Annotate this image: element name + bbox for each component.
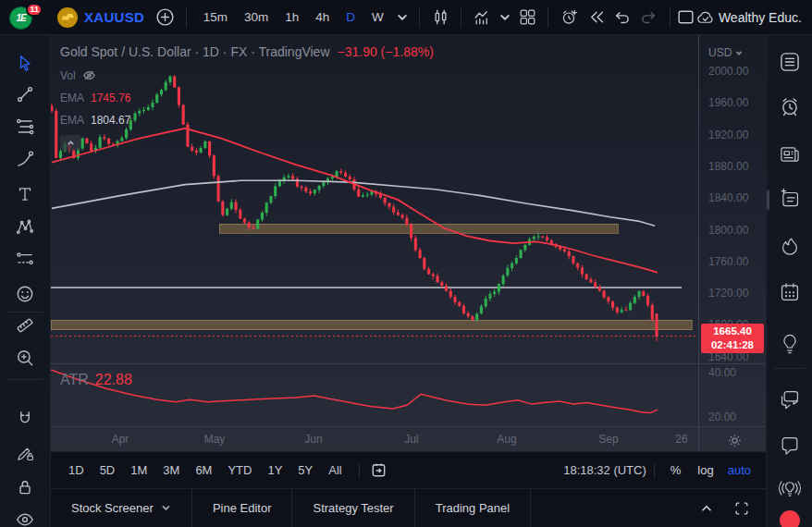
price-scale[interactable]: USD 1665.40 02:41:28 2000.001960.001920.… — [699, 35, 766, 363]
time-label-Sep[interactable]: Sep — [590, 433, 627, 446]
layout-rect-icon[interactable] — [676, 5, 695, 31]
fib-retracement-tool-icon[interactable] — [9, 113, 41, 141]
range-1Y[interactable]: 1Y — [261, 460, 289, 480]
trend-line-tool-icon[interactable] — [9, 80, 41, 108]
candle-body — [603, 291, 606, 298]
volume-legend-row[interactable]: Vol — [60, 68, 434, 82]
range-5D[interactable]: 5D — [93, 460, 122, 480]
fullscreen-icon[interactable] — [729, 496, 755, 521]
collapse-indicators-button[interactable] — [60, 135, 80, 151]
eye-tool-icon[interactable] — [9, 506, 41, 527]
range-5Y[interactable]: 5Y — [291, 460, 319, 480]
axis-settings-gear-icon[interactable] — [722, 430, 746, 450]
log-scale-button[interactable]: log — [697, 463, 713, 477]
tab-label: Trading Panel — [436, 501, 510, 515]
candle-body — [414, 238, 417, 250]
time-label-26[interactable]: 26 — [663, 433, 700, 446]
notepad-icon[interactable] — [773, 182, 806, 215]
range-1D[interactable]: 1D — [62, 460, 91, 480]
candle-body — [502, 276, 505, 284]
ruler-tool-icon[interactable] — [9, 312, 41, 339]
time-label-Aug[interactable]: Aug — [488, 433, 525, 446]
text-tool-icon[interactable] — [9, 180, 41, 208]
candle-body — [265, 202, 268, 213]
range-YTD[interactable]: YTD — [221, 460, 258, 480]
tab-pine-editor[interactable]: Pine Editor — [192, 489, 293, 527]
alert-plus-icon[interactable] — [558, 5, 581, 31]
candles-style-icon[interactable] — [429, 5, 452, 31]
zoom-in-tool-icon[interactable] — [9, 344, 41, 372]
atr-line-chart[interactable] — [51, 364, 698, 426]
bar-replay-icon[interactable] — [584, 5, 608, 31]
xabcd-pattern-tool-icon[interactable] — [9, 213, 41, 240]
magnet-tool-icon[interactable] — [9, 405, 41, 433]
candle-body — [467, 313, 470, 316]
layout-name-button[interactable]: Wealthy Educ... — [719, 10, 803, 25]
tab-stock-screener[interactable]: Stock Screener — [51, 489, 192, 527]
timeframe-W[interactable]: W — [364, 7, 391, 27]
supply-demand-zone[interactable] — [219, 224, 618, 233]
price-tick: 1720.00 — [708, 287, 748, 300]
range-1M[interactable]: 1M — [124, 460, 154, 480]
ema-slow-legend-row[interactable]: EMA 1804.67 — [60, 114, 434, 127]
supply-demand-zone[interactable] — [51, 320, 692, 329]
watchlist-icon[interactable] — [773, 45, 806, 79]
news-icon[interactable] — [773, 138, 806, 171]
symbol-search-button[interactable]: XAUUSD — [57, 7, 144, 28]
undo-icon[interactable] — [611, 5, 634, 31]
main-chart-pane[interactable]: Gold Spot / U.S. Dollar · 1D · FX · Trad… — [51, 35, 766, 363]
calendar-icon[interactable] — [773, 276, 806, 309]
lock-tool-icon[interactable] — [9, 473, 41, 501]
hotlists-icon[interactable] — [773, 230, 806, 264]
tab-strategy-tester[interactable]: Strategy Tester — [292, 489, 414, 527]
atr-legend-row[interactable]: ATR 22.88 — [60, 372, 132, 388]
timeframe-15m[interactable]: 15m — [196, 7, 235, 27]
range-6M[interactable]: 6M — [189, 460, 218, 480]
go-to-date-icon[interactable] — [367, 459, 391, 483]
time-label-Jun[interactable]: Jun — [295, 433, 332, 446]
chats-icon[interactable] — [773, 383, 806, 416]
range-All[interactable]: All — [322, 460, 348, 480]
ideas-icon[interactable] — [773, 325, 806, 359]
alerts-icon[interactable] — [773, 90, 806, 123]
legend-title-row[interactable]: Gold Spot / U.S. Dollar · 1D · FX · Trad… — [60, 44, 434, 59]
projection-tool-icon[interactable] — [9, 245, 41, 273]
timeframe-30m[interactable]: 30m — [237, 7, 276, 27]
candle-body — [616, 308, 619, 313]
cursor-tool-icon[interactable] — [9, 49, 41, 77]
add-symbol-icon[interactable] — [154, 5, 177, 31]
user-menu-button[interactable]: 1E 11 — [9, 4, 41, 31]
percent-scale-button[interactable]: % — [671, 463, 682, 477]
timeframe-D[interactable]: D — [338, 7, 363, 27]
timeframe-1h[interactable]: 1h — [277, 7, 306, 27]
time-label-May[interactable]: May — [196, 433, 233, 446]
indicators-icon[interactable] — [471, 5, 494, 31]
chevron-down-icon[interactable] — [395, 5, 410, 31]
atr-scale[interactable]: 40.0020.00 — [699, 364, 766, 426]
expand-panel-chevron-icon[interactable] — [694, 496, 720, 521]
private-chats-icon[interactable] — [773, 429, 806, 462]
tab-trading-panel[interactable]: Trading Panel — [415, 489, 531, 527]
utc-clock[interactable]: 18:18:32 (UTC) — [563, 463, 646, 477]
sidebar-resize-handle[interactable] — [767, 190, 769, 210]
ema-fast-legend-row[interactable]: EMA 1745.76 — [60, 92, 434, 104]
draw-lock-tool-icon[interactable] — [9, 439, 41, 467]
time-label-Jul[interactable]: Jul — [393, 433, 430, 446]
cloud-save-icon[interactable] — [695, 5, 715, 31]
auto-scale-button[interactable]: auto — [728, 463, 751, 477]
candle-body — [243, 218, 246, 222]
timeframe-4h[interactable]: 4h — [308, 7, 337, 27]
emoji-tool-icon[interactable] — [9, 280, 41, 308]
currency-selector[interactable]: USD — [708, 46, 744, 59]
chevron-down-icon[interactable] — [498, 5, 512, 31]
time-label-Apr[interactable]: Apr — [102, 433, 139, 446]
layout-grid-icon[interactable] — [516, 5, 539, 31]
brush-tool-icon[interactable] — [9, 145, 41, 173]
redo-icon[interactable] — [637, 5, 660, 31]
range-3M[interactable]: 3M — [156, 460, 186, 480]
eye-off-icon[interactable] — [82, 68, 96, 82]
candle-body — [195, 151, 198, 153]
atr-pane[interactable]: ATR 22.88 40.0020.00 — [51, 363, 766, 426]
time-axis[interactable]: AprMayJunJulAugSep26 — [51, 426, 766, 451]
streams-icon[interactable] — [773, 472, 806, 505]
